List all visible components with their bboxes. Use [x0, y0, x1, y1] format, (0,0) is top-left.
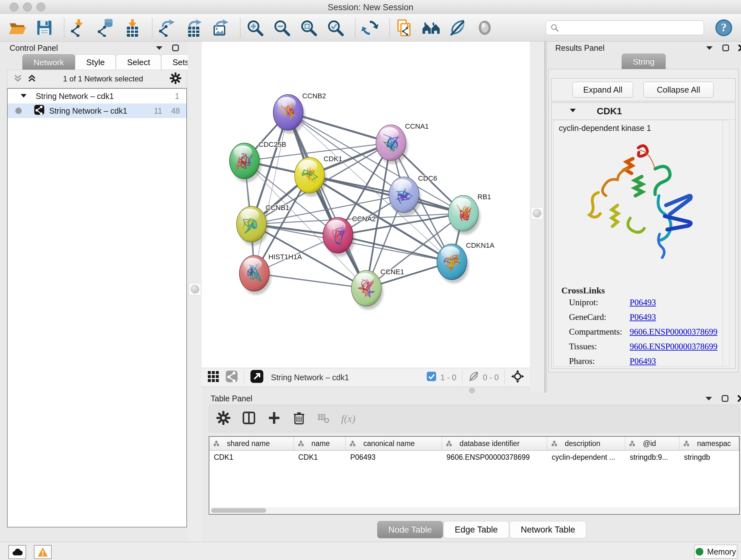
share-view-icon[interactable]	[225, 370, 238, 385]
export-image-icon[interactable]	[211, 18, 230, 37]
column-header-name[interactable]: name	[294, 437, 346, 450]
table-cell[interactable]: stringdb:9...	[625, 450, 679, 464]
string-results-box: Expand All Collapse All CDK1 cyclin-depe…	[548, 69, 738, 372]
crosslink-row: GeneCard:P06493	[569, 312, 729, 327]
toolbar-separator	[240, 18, 241, 38]
table-scrollbar-thumb[interactable]	[211, 508, 266, 513]
grid-view-icon[interactable]	[207, 370, 219, 385]
network-collection-row[interactable]: String Network – cdk1 1	[8, 89, 186, 104]
tab-network[interactable]: Network	[22, 54, 75, 70]
delete-column-trash-icon[interactable]	[292, 411, 306, 426]
help-icon[interactable]: ?	[715, 19, 733, 37]
memory-status-dot-icon	[696, 548, 703, 556]
export-table-icon[interactable]	[185, 18, 203, 37]
crosslink-label: Tissues:	[569, 341, 630, 352]
zoom-out-icon[interactable]	[273, 18, 291, 37]
tab-edge-table[interactable]: Edge Table	[444, 521, 509, 538]
crosslink-value-link[interactable]: P06493	[630, 356, 656, 366]
gene-section-expander-icon[interactable]	[569, 107, 577, 115]
panel-menu-icon[interactable]	[155, 44, 163, 53]
function-builder-icon[interactable]: f(x)	[341, 413, 355, 425]
selected-checkbox-icon[interactable]	[426, 371, 436, 383]
panel-float-icon[interactable]	[722, 44, 730, 53]
network-canvas[interactable]: CCNB2CCNA1CDC25BCDK1CDC6RB1CCNB1CCNA2CDK…	[202, 42, 530, 368]
right-splitter-handle[interactable]	[533, 209, 541, 217]
left-splitter[interactable]	[188, 42, 202, 542]
expand-all-networks-icon[interactable]	[27, 73, 37, 84]
panel-float-icon[interactable]	[721, 395, 729, 403]
duplicate-network-icon[interactable]	[395, 18, 414, 37]
network-view-toolbar: String Network – cdk1 1 - 0 0 - 0	[202, 368, 530, 387]
zoom-in-icon[interactable]	[246, 18, 264, 37]
column-header-@id[interactable]: @id	[625, 437, 679, 450]
right-splitter[interactable]	[530, 42, 545, 393]
detach-view-icon[interactable]	[250, 369, 264, 385]
panel-menu-icon[interactable]	[704, 395, 713, 403]
show-columns-icon[interactable]	[242, 411, 256, 427]
hidden-eye-slash-icon[interactable]	[468, 371, 480, 384]
export-network-icon[interactable]	[158, 18, 176, 37]
column-header-shared-name[interactable]: shared name	[209, 437, 294, 450]
table-cell[interactable]: CDK1	[209, 450, 294, 464]
import-network-from-database-icon[interactable]	[96, 18, 115, 37]
crosslink-value-link[interactable]: 9606.ENSP00000378699	[630, 341, 718, 352]
collection-expander-icon[interactable]	[20, 91, 27, 101]
import-network-icon[interactable]	[70, 18, 88, 37]
warning-button[interactable]	[34, 545, 52, 559]
show-graphics-details-icon[interactable]	[475, 18, 494, 37]
network-row[interactable]: String Network – cdk1 11 48	[8, 104, 186, 118]
current-network-dot-icon	[15, 108, 22, 114]
column-header-namespac[interactable]: namespac	[679, 437, 739, 450]
refresh-icon[interactable]	[360, 18, 379, 37]
network-label: String Network – cdk1	[49, 106, 127, 116]
cloud-button[interactable]	[8, 545, 26, 559]
tab-network-table[interactable]: Network Table	[510, 521, 587, 538]
add-column-icon[interactable]	[267, 411, 281, 426]
left-splitter-handle[interactable]	[191, 285, 199, 294]
results-scrollbar[interactable]	[723, 120, 727, 366]
houses-icon[interactable]	[422, 18, 441, 37]
expand-all-button[interactable]: Expand All	[572, 82, 633, 98]
memory-button[interactable]: Memory	[694, 545, 737, 559]
tab-style[interactable]: Style	[75, 54, 116, 70]
table-cell[interactable]: cyclin-dependent ...	[547, 450, 625, 464]
tab-node-table[interactable]: Node Table	[377, 521, 443, 538]
node-label-CCNB1: CCNB1	[266, 204, 289, 212]
crosslink-value-link[interactable]: P06493	[630, 312, 656, 322]
table-cell[interactable]: CDK1	[294, 450, 346, 464]
toolbar-separator	[64, 18, 64, 38]
panel-float-icon[interactable]	[172, 44, 179, 53]
hide-graphics-details-icon[interactable]	[449, 18, 467, 37]
open-session-icon[interactable]	[8, 18, 27, 37]
column-header-database-identifier[interactable]: database identifier	[442, 437, 547, 450]
table-horizontal-scrollbar[interactable]	[211, 508, 738, 514]
crosslink-value-link[interactable]: 9606.ENSP00000378699	[630, 327, 718, 337]
tab-string[interactable]: String	[622, 54, 666, 69]
crosslink-value-link[interactable]: P06493	[630, 298, 656, 307]
window-title: Session: New Session	[0, 3, 741, 12]
zoom-fit-icon[interactable]	[299, 18, 318, 37]
collapse-all-networks-icon[interactable]	[13, 73, 23, 84]
table-cell[interactable]: stringdb	[679, 450, 739, 464]
panel-close-icon[interactable]	[737, 395, 741, 403]
tab-select[interactable]: Select	[116, 54, 161, 70]
svg-text:?: ?	[721, 21, 727, 34]
import-table-icon[interactable]	[123, 18, 142, 37]
zoom-selected-icon[interactable]	[326, 18, 345, 37]
collapse-all-button[interactable]: Collapse All	[643, 82, 714, 98]
table-cell[interactable]: 9606.ENSP00000378699	[442, 450, 547, 464]
table-cell[interactable]: P06493	[346, 450, 442, 464]
node-label-CDK1: CDK1	[324, 155, 342, 163]
search-input[interactable]	[546, 20, 704, 35]
column-header-description[interactable]: description	[547, 437, 625, 450]
panel-close-icon[interactable]	[738, 44, 741, 53]
birdseye-crosshair-icon[interactable]	[511, 369, 525, 385]
save-session-icon[interactable]	[35, 18, 54, 37]
table-row[interactable]: CDK1CDK1P064939606.ENSP00000378699cyclin…	[209, 450, 739, 464]
delete-table-icon[interactable]	[317, 411, 330, 426]
network-options-gear-icon[interactable]	[170, 72, 182, 85]
panel-menu-icon[interactable]	[705, 44, 714, 53]
toolbar-separator	[389, 18, 390, 38]
column-header-canonical-name[interactable]: canonical name	[346, 437, 442, 450]
table-options-gear-icon[interactable]	[216, 411, 231, 427]
